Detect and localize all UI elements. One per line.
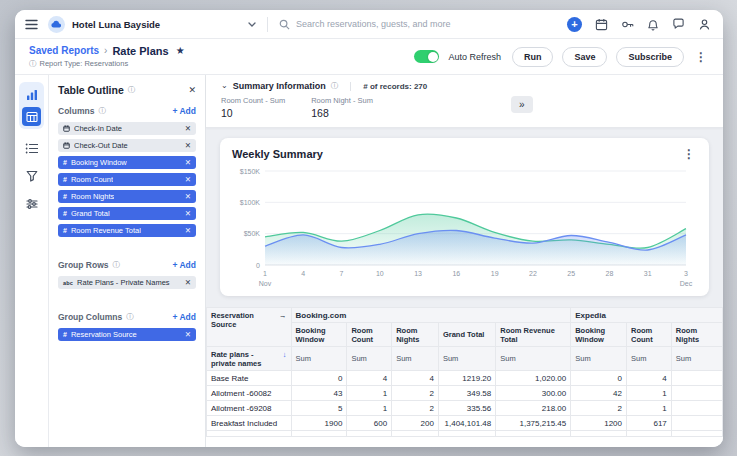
aggregation-label: Sum — [291, 347, 347, 371]
search-bar[interactable] — [279, 19, 557, 30]
panel-section-columns: Columnsⓘ+ AddCheck-In Date✕Check-Out Dat… — [58, 106, 196, 237]
aggregation-label: Sum — [627, 347, 672, 371]
value-cell: 218.00 — [496, 401, 571, 416]
remove-chip-icon[interactable]: ✕ — [185, 226, 191, 235]
menu-icon[interactable] — [25, 19, 38, 30]
collapse-chevron-icon[interactable]: ⌄ — [221, 82, 228, 90]
favorite-star-icon[interactable]: ★ — [176, 45, 185, 56]
aggregation-label: Sum — [496, 347, 571, 371]
svg-text:7: 7 — [340, 270, 344, 277]
search-input[interactable] — [296, 19, 557, 29]
chip-booking-window[interactable]: #Booking Window✕ — [58, 156, 196, 169]
column-header-room-nights: Room Nights — [671, 323, 722, 347]
value-cell — [496, 431, 571, 437]
value-cell — [347, 431, 392, 437]
aggregation-label: Sum — [438, 347, 495, 371]
section-label: Columns — [58, 106, 94, 116]
calendar-icon[interactable] — [595, 18, 608, 31]
create-button[interactable]: + — [567, 17, 582, 32]
remove-chip-icon[interactable]: ✕ — [185, 192, 191, 201]
number-field-icon: # — [63, 176, 67, 183]
notifications-bell-icon[interactable] — [647, 18, 659, 31]
chip-rate-plans-private-names[interactable]: abcRate Plans - Private Names✕ — [58, 276, 196, 289]
svg-text:$150K: $150K — [240, 168, 261, 175]
value-cell — [671, 416, 722, 431]
remove-chip-icon[interactable]: ✕ — [185, 278, 191, 287]
value-cell — [671, 431, 722, 437]
pivot-table: Reservation Source→Booking.comExpediaBoo… — [206, 307, 723, 437]
chart-more-options-icon[interactable]: ⋮ — [681, 147, 697, 161]
value-cell — [571, 431, 627, 437]
pivot-table-container: Reservation Source→Booking.comExpediaBoo… — [206, 307, 723, 447]
value-cell — [627, 431, 672, 437]
number-field-icon: # — [63, 331, 67, 338]
aggregation-label: Sum — [347, 347, 392, 371]
add-group-rows-button[interactable]: + Add — [172, 260, 196, 270]
save-button[interactable]: Save — [562, 47, 607, 67]
account-icon[interactable] — [698, 18, 711, 31]
chart-view-button[interactable] — [22, 85, 41, 104]
remove-chip-icon[interactable]: ✕ — [185, 175, 191, 184]
column-header-booking-window: Booking Window — [571, 323, 627, 347]
number-field-icon: # — [63, 193, 67, 200]
records-count: # of records: 270 — [363, 82, 427, 91]
report-header: Saved Reports › Rate Plans ★ ⓘ Report Ty… — [15, 39, 723, 75]
settings-sliders-icon[interactable] — [26, 198, 38, 210]
remove-chip-icon[interactable]: ✕ — [185, 124, 191, 133]
remove-chip-icon[interactable]: ✕ — [185, 158, 191, 167]
value-cell: 1 — [347, 386, 392, 401]
table-row: Allotment -69208512335.56218.0021 — [207, 401, 723, 416]
key-icon[interactable] — [621, 18, 634, 31]
value-cell — [438, 431, 495, 437]
column-header-grand-total: Grand Total — [438, 323, 495, 347]
main-area: Table Outline ⓘ ✕ Columnsⓘ+ AddCheck-In … — [15, 75, 723, 447]
value-cell: 2 — [571, 401, 627, 416]
value-cell: 2 — [392, 386, 439, 401]
hotel-selector[interactable]: Hotel Luna Bayside — [48, 16, 256, 33]
table-view-button[interactable] — [22, 107, 41, 126]
svg-text:1: 1 — [263, 270, 267, 277]
chip-room-revenue-total[interactable]: #Room Revenue Total✕ — [58, 224, 196, 237]
value-cell: 42 — [571, 386, 627, 401]
value-cell: 4 — [627, 371, 672, 386]
info-icon: ⓘ — [331, 81, 339, 91]
chart-title: Weekly Summary — [232, 148, 323, 160]
chip-grand-total[interactable]: #Grand Total✕ — [58, 207, 196, 220]
list-icon[interactable] — [25, 143, 38, 154]
remove-chip-icon[interactable]: ✕ — [185, 209, 191, 218]
run-button[interactable]: Run — [512, 47, 554, 67]
number-field-icon: # — [63, 227, 67, 234]
auto-refresh-label: Auto Refresh — [448, 52, 501, 62]
svg-text:Nov: Nov — [259, 280, 272, 287]
text-field-icon: abc — [63, 280, 73, 286]
chip-room-count[interactable]: #Room Count✕ — [58, 173, 196, 186]
chat-icon[interactable] — [672, 18, 685, 30]
remove-chip-icon[interactable]: ✕ — [185, 330, 191, 339]
chip-label: Check-Out Date — [74, 141, 128, 150]
chip-check-in-date[interactable]: Check-In Date✕ — [58, 122, 196, 135]
divider — [267, 17, 268, 32]
value-cell: 1,404,101.48 — [438, 416, 495, 431]
view-switcher — [19, 82, 44, 129]
more-options-icon[interactable]: ⋮ — [693, 50, 709, 64]
table-row — [207, 431, 723, 437]
summary-information-bar: ⌄ Summary Information ⓘ # of records: 27… — [206, 75, 723, 128]
expand-summary-button[interactable]: » — [511, 96, 533, 113]
metric-value: 10 — [221, 107, 285, 119]
auto-refresh-toggle[interactable] — [414, 50, 439, 63]
breadcrumb-saved-reports[interactable]: Saved Reports — [29, 45, 99, 56]
close-panel-icon[interactable]: ✕ — [188, 85, 196, 95]
chip-check-out-date[interactable]: Check-Out Date✕ — [58, 139, 196, 152]
value-cell: 1 — [627, 386, 672, 401]
row-dimension-header[interactable]: Rate plans - private names↓ — [207, 347, 292, 371]
metric-value: 168 — [311, 107, 373, 119]
value-cell: 200 — [392, 416, 439, 431]
subscribe-button[interactable]: Subscribe — [616, 47, 684, 67]
add-columns-button[interactable]: + Add — [172, 106, 196, 116]
filter-funnel-icon[interactable] — [26, 170, 38, 182]
remove-chip-icon[interactable]: ✕ — [185, 141, 191, 150]
chip-reservation-source[interactable]: #Reservation Source✕ — [58, 328, 196, 341]
chip-room-nights[interactable]: #Room Nights✕ — [58, 190, 196, 203]
add-group-columns-button[interactable]: + Add — [172, 312, 196, 322]
value-cell: 5 — [291, 401, 347, 416]
